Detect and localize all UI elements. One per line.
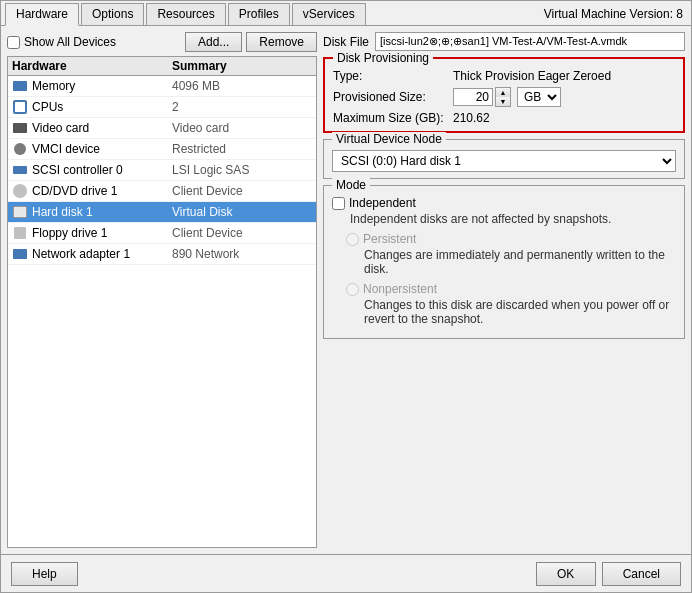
- tab-resources[interactable]: Resources: [146, 3, 225, 25]
- left-panel: Show All Devices Add... Remove Hardware …: [7, 32, 317, 548]
- help-button[interactable]: Help: [11, 562, 78, 586]
- nonpersistent-label: Nonpersistent: [363, 282, 437, 296]
- tab-hardware[interactable]: Hardware: [5, 3, 79, 26]
- hw-summary: Virtual Disk: [172, 205, 312, 219]
- hw-summary: Video card: [172, 121, 312, 135]
- persistent-radio[interactable]: [346, 233, 359, 246]
- disk-file-section: Disk File [iscsi-lun2⊗;⊕;⊕san1] VM-Test-…: [323, 32, 685, 51]
- hw-summary: Client Device: [172, 184, 312, 198]
- vdn-select[interactable]: SCSI (0:0) Hard disk 1: [332, 150, 676, 172]
- independent-label: Independent: [349, 196, 416, 210]
- hw-summary: 2: [172, 100, 312, 114]
- tab-vservices[interactable]: vServices: [292, 3, 366, 25]
- table-header: Hardware Summary: [8, 57, 316, 76]
- independent-checkbox[interactable]: [332, 197, 345, 210]
- btn-row: Add... Remove: [185, 32, 317, 52]
- show-all-checkbox[interactable]: [7, 36, 20, 49]
- provisioned-size-row: Provisioned Size: ▲ ▼ GB MB: [333, 87, 675, 107]
- mode-content: Independent Independent disks are not af…: [332, 196, 676, 326]
- independent-row: Independent: [332, 196, 676, 210]
- hw-summary: Client Device: [172, 226, 312, 240]
- show-all-label: Show All Devices: [24, 35, 116, 49]
- show-all-left: Show All Devices: [7, 35, 116, 49]
- add-button[interactable]: Add...: [185, 32, 242, 52]
- right-panel: Disk File [iscsi-lun2⊗;⊕;⊕san1] VM-Test-…: [323, 32, 685, 548]
- mode-section: Mode Independent Independent disks are n…: [323, 185, 685, 339]
- table-row[interactable]: Memory 4096 MB: [8, 76, 316, 97]
- max-size-row: Maximum Size (GB): 210.62: [333, 111, 675, 125]
- persistent-row: Persistent: [346, 232, 676, 246]
- table-row[interactable]: Network adapter 1 890 Network: [8, 244, 316, 265]
- ok-button[interactable]: OK: [536, 562, 596, 586]
- hw-name: CD/DVD drive 1: [32, 184, 172, 198]
- hw-summary: LSI Logic SAS: [172, 163, 312, 177]
- floppy-icon: [12, 225, 28, 241]
- footer-right: OK Cancel: [536, 562, 681, 586]
- type-value: Thick Provision Eager Zeroed: [453, 69, 611, 83]
- cancel-button[interactable]: Cancel: [602, 562, 681, 586]
- nonpersistent-desc: Changes to this disk are discarded when …: [364, 298, 676, 326]
- col-summary: Summary: [172, 59, 312, 73]
- table-row[interactable]: CD/DVD drive 1 Client Device: [8, 181, 316, 202]
- hw-summary: 4096 MB: [172, 79, 312, 93]
- type-row: Type: Thick Provision Eager Zeroed: [333, 69, 675, 83]
- provisioned-size-input[interactable]: [453, 88, 493, 106]
- disk-provisioning-title: Disk Provisioning: [333, 51, 433, 65]
- persistent-label: Persistent: [363, 232, 416, 246]
- remove-button[interactable]: Remove: [246, 32, 317, 52]
- hw-name: Hard disk 1: [32, 205, 172, 219]
- hardware-table: Hardware Summary Memory 4096 MB CPUs 2: [7, 56, 317, 548]
- tab-profiles[interactable]: Profiles: [228, 3, 290, 25]
- table-row[interactable]: CPUs 2: [8, 97, 316, 118]
- type-label: Type:: [333, 69, 453, 83]
- spinner-group: ▲ ▼ GB MB: [453, 87, 561, 107]
- video-icon: [12, 120, 28, 136]
- table-row[interactable]: SCSI controller 0 LSI Logic SAS: [8, 160, 316, 181]
- disk-file-label: Disk File: [323, 35, 369, 49]
- table-row-hard-disk[interactable]: Hard disk 1 Virtual Disk: [8, 202, 316, 223]
- persistent-desc: Changes are immediately and permanently …: [364, 248, 676, 276]
- hw-name: CPUs: [32, 100, 172, 114]
- hw-name: VMCI device: [32, 142, 172, 156]
- disk-provisioning-section: Disk Provisioning Type: Thick Provision …: [323, 57, 685, 133]
- hw-name: Floppy drive 1: [32, 226, 172, 240]
- mode-title: Mode: [332, 178, 370, 192]
- memory-icon: [12, 78, 28, 94]
- unit-select[interactable]: GB MB: [517, 87, 561, 107]
- hdd-icon: [12, 204, 28, 220]
- tab-bar: Hardware Options Resources Profiles vSer…: [1, 1, 691, 26]
- spin-up-button[interactable]: ▲: [496, 88, 510, 97]
- tab-options[interactable]: Options: [81, 3, 144, 25]
- provisioned-size-label: Provisioned Size:: [333, 90, 453, 104]
- dialog: Hardware Options Resources Profiles vSer…: [0, 0, 692, 593]
- spinner-buttons: ▲ ▼: [495, 87, 511, 107]
- cpu-icon: [12, 99, 28, 115]
- virtual-device-node-title: Virtual Device Node: [332, 132, 446, 146]
- version-label: Virtual Machine Version: 8: [536, 3, 691, 25]
- max-size-value: 210.62: [453, 111, 490, 125]
- disk-file-path: [iscsi-lun2⊗;⊕;⊕san1] VM-Test-A/VM-Test-…: [375, 32, 685, 51]
- show-all-row: Show All Devices Add... Remove: [7, 32, 317, 52]
- col-hardware: Hardware: [12, 59, 172, 73]
- virtual-device-node-section: Virtual Device Node SCSI (0:0) Hard disk…: [323, 139, 685, 179]
- scsi-icon: [12, 162, 28, 178]
- cd-icon: [12, 183, 28, 199]
- hw-summary: 890 Network: [172, 247, 312, 261]
- table-row[interactable]: Video card Video card: [8, 118, 316, 139]
- table-row[interactable]: VMCI device Restricted: [8, 139, 316, 160]
- hw-name: SCSI controller 0: [32, 163, 172, 177]
- spin-down-button[interactable]: ▼: [496, 97, 510, 106]
- hw-name: Network adapter 1: [32, 247, 172, 261]
- hw-name: Video card: [32, 121, 172, 135]
- vmci-icon: [12, 141, 28, 157]
- footer: Help OK Cancel: [1, 554, 691, 592]
- hw-summary: Restricted: [172, 142, 312, 156]
- nonpersistent-row: Nonpersistent: [346, 282, 676, 296]
- net-icon: [12, 246, 28, 262]
- hw-name: Memory: [32, 79, 172, 93]
- main-content: Show All Devices Add... Remove Hardware …: [1, 26, 691, 554]
- independent-desc: Independent disks are not affected by sn…: [350, 212, 676, 226]
- table-row[interactable]: Floppy drive 1 Client Device: [8, 223, 316, 244]
- nonpersistent-radio[interactable]: [346, 283, 359, 296]
- max-size-label: Maximum Size (GB):: [333, 111, 453, 125]
